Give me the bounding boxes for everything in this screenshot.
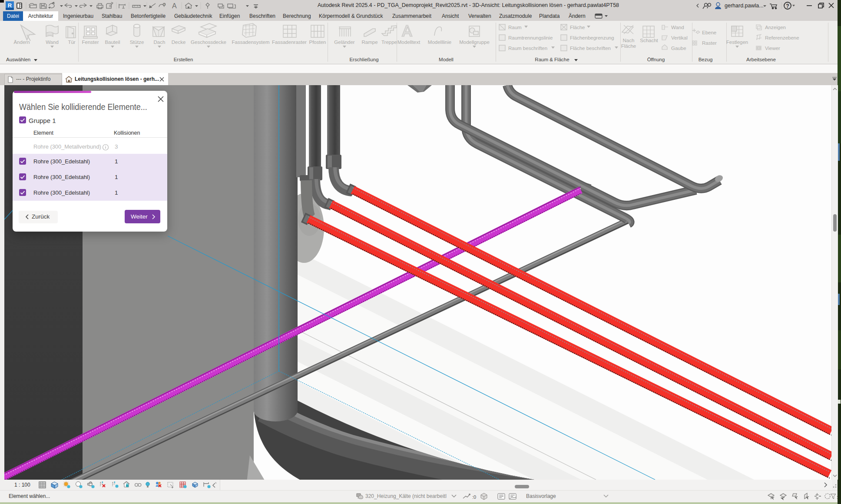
svg-text:R: R [8,2,12,9]
svg-text:Öffnung: Öffnung [647,57,665,62]
svg-text:Modellgruppe: Modellgruppe [459,40,490,45]
svg-text:Raum & Fläche: Raum & Fläche [535,57,569,62]
svg-text:Rampe: Rampe [361,40,377,45]
svg-text:Raum: Raum [508,25,522,30]
svg-text:Geschossdecke: Geschossdecke [191,40,226,45]
svg-text:Fläche: Fläche [621,43,636,49]
svg-text:Wand: Wand [46,40,59,45]
svg-text:Raster: Raster [702,40,717,46]
svg-text:Erschließung: Erschließung [349,57,378,62]
svg-text:Modelllinie: Modelllinie [428,40,451,45]
svg-text:Viewer: Viewer [765,46,780,51]
svg-text:Fläche beschriften: Fläche beschriften [570,46,611,51]
svg-text:Auswählen: Auswählen [6,57,30,62]
svg-text:Flächenbegrenzung: Flächenbegrenzung [570,35,614,40]
svg-text:Gaube: Gaube [671,46,686,51]
svg-text:Ändern: Ändern [13,40,30,45]
svg-text:Decke: Decke [172,40,186,45]
svg-text:Stütze: Stütze [130,40,144,45]
svg-text:Wand: Wand [671,25,684,30]
svg-text:Fassadensystem: Fassadensystem [232,40,270,45]
svg-text:Geländer: Geländer [334,40,354,45]
svg-text:Festlegen: Festlegen [726,40,748,45]
svg-text:Referenzebene: Referenzebene [765,35,799,40]
svg-text:Fenster: Fenster [82,40,99,45]
svg-text:Erstellen: Erstellen [174,57,193,62]
svg-text:Bezug: Bezug [699,57,713,62]
svg-text::0: :0 [472,494,476,500]
svg-text:Schacht: Schacht [640,38,658,43]
svg-text:Bauteil: Bauteil [105,40,120,45]
svg-text:Vertikal: Vertikal [671,35,688,40]
svg-text:Modelltext: Modelltext [397,40,420,45]
svg-text:Ebene: Ebene [702,30,716,35]
svg-text:Raumtrennungslinie: Raumtrennungslinie [508,35,553,40]
svg-text:Dach: Dach [154,40,166,45]
svg-text:Raum beschriften: Raum beschriften [508,46,547,51]
svg-text:Treppe: Treppe [381,40,397,45]
svg-text:Arbeitsebene: Arbeitsebene [746,57,776,62]
svg-text:Anzeigen: Anzeigen [765,25,786,30]
svg-text:Pfosten: Pfosten [309,40,326,45]
svg-text:Modell: Modell [439,57,454,62]
svg-text:Tür: Tür [68,40,75,45]
svg-text:Nach: Nach [623,38,635,43]
svg-text:Fassadenraster: Fassadenraster [272,40,307,45]
svg-text:Fläche: Fläche [570,25,585,30]
